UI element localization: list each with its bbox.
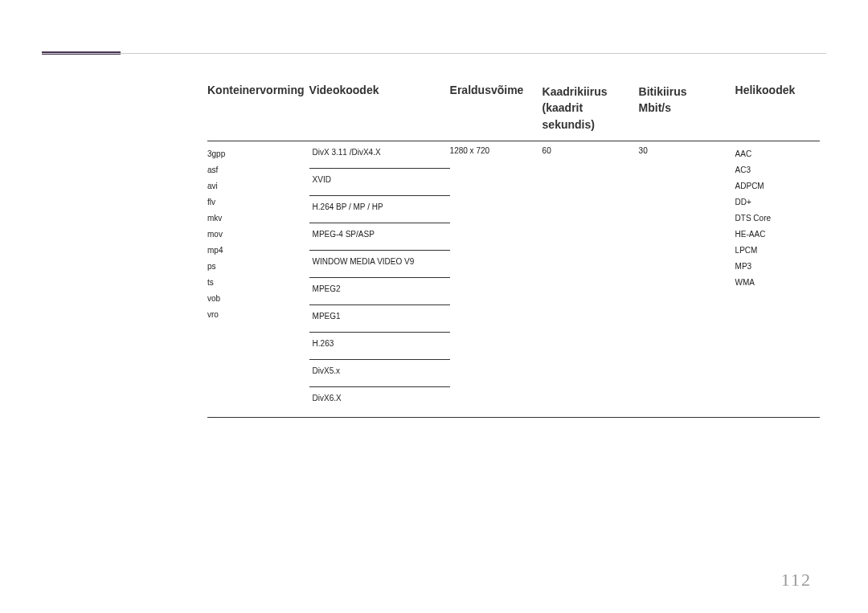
cell-bitrate: 30: [639, 141, 735, 417]
video-codec: H.264 BP / MP / HP: [309, 195, 450, 223]
codec-support-table: Konteinervorming Videokoodek Eraldusvõim…: [207, 79, 820, 418]
container-format: ps: [207, 259, 305, 275]
header-container: Konteinervorming: [207, 79, 309, 141]
table-container: Konteinervorming Videokoodek Eraldusvõim…: [207, 79, 820, 418]
top-horizontal-rule: [42, 53, 826, 54]
header-bitrate: Bitikiirus Mbit/s: [639, 79, 735, 141]
cell-video-codecs: DivX 3.11 /DivX4.XXVIDH.264 BP / MP / HP…: [309, 141, 450, 417]
audio-codec: MP3: [735, 259, 815, 275]
video-codec: WINDOW MEDIA VIDEO V9: [309, 250, 450, 277]
video-codec: H.263: [309, 332, 450, 359]
video-codec: MPEG2: [309, 277, 450, 304]
container-format: asf: [207, 162, 305, 178]
audio-codec: AC3: [735, 162, 815, 178]
audio-codec: ADPCM: [735, 178, 815, 194]
cell-framerate: 60: [542, 141, 639, 417]
header-framerate-l2: (kaadrit sekundis): [542, 101, 595, 130]
video-codec: MPEG-4 SP/ASP: [309, 223, 450, 250]
audio-codec: DD+: [735, 194, 815, 210]
audio-codec: DTS Core: [735, 210, 815, 227]
cell-audio-codecs: AACAC3ADPCMDD+DTS CoreHE-AACLPCMMP3WMA: [735, 141, 820, 417]
audio-codec: LPCM: [735, 243, 815, 259]
video-codec: DivX5.x: [309, 359, 450, 386]
page-number: 112: [781, 570, 812, 591]
container-format: mp4: [207, 243, 305, 259]
container-format: vob: [207, 291, 305, 307]
audio-codec: WMA: [735, 275, 815, 291]
header-framerate-l1: Kaadrikiirus: [542, 85, 608, 98]
header-bitrate-l2: Mbit/s: [639, 101, 671, 114]
cell-containers: 3gppasfaviflvmkvmovmp4pstsvobvro: [207, 141, 309, 417]
cell-resolution: 1280 x 720: [450, 141, 542, 417]
header-videocodec: Videokoodek: [309, 79, 450, 141]
audio-codec: HE-AAC: [735, 227, 815, 243]
container-format: mov: [207, 227, 305, 243]
video-codec: XVID: [309, 168, 450, 195]
audio-codec: AAC: [735, 146, 815, 162]
header-resolution: Eraldusvõime: [450, 79, 542, 141]
header-audiocodec: Helikoodek: [735, 79, 820, 141]
video-codec: DivX 3.11 /DivX4.X: [309, 141, 450, 169]
header-framerate: Kaadrikiirus (kaadrit sekundis): [542, 79, 639, 141]
container-format: avi: [207, 178, 305, 194]
video-codec: MPEG1: [309, 304, 450, 332]
video-codec: DivX6.X: [309, 386, 450, 417]
container-format: flv: [207, 194, 305, 210]
container-format: ts: [207, 275, 305, 291]
container-format: mkv: [207, 210, 305, 227]
header-bitrate-l1: Bitikiirus: [639, 85, 687, 98]
container-format: 3gpp: [207, 146, 305, 162]
container-format: vro: [207, 307, 305, 323]
